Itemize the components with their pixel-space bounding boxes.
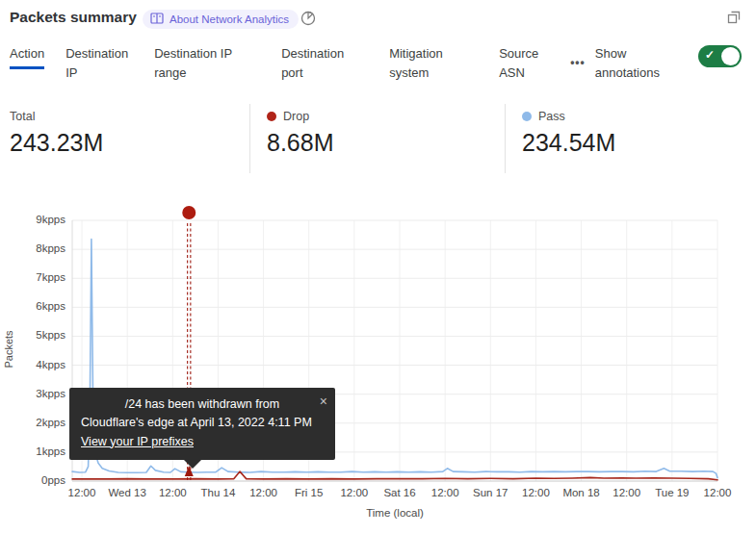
dimension-tabs: Action Destination IP Destination IP ran… bbox=[10, 44, 689, 82]
stat-pass-label: Pass bbox=[538, 110, 565, 123]
tab-destination-ip-range[interactable]: Destination IP range bbox=[154, 44, 245, 82]
chart-canvas bbox=[0, 197, 756, 534]
y-tick-label: 3kpps bbox=[0, 388, 65, 399]
tab-destination-port[interactable]: Destination port bbox=[281, 44, 352, 82]
x-tick-label: 12:00 bbox=[146, 487, 198, 498]
tooltip-close-icon[interactable]: × bbox=[320, 392, 327, 413]
x-tick-label: 12:00 bbox=[56, 487, 108, 498]
stats-row: Total 243.23M Drop 8.68M Pass 234.54M bbox=[0, 104, 756, 173]
stat-drop-label: Drop bbox=[283, 110, 309, 123]
view-ip-prefixes-link[interactable]: View your IP prefixes bbox=[81, 435, 194, 448]
stat-pass: Pass 234.54M bbox=[505, 104, 756, 173]
y-tick-label: 1kpps bbox=[0, 445, 65, 457]
stat-drop: Drop 8.68M bbox=[249, 104, 505, 173]
x-tick-label: Tue 19 bbox=[646, 487, 698, 498]
y-tick-label: 8kpps bbox=[0, 242, 65, 254]
toggle-check-icon: ✓ bbox=[705, 48, 715, 62]
about-badge-label: About Network Analytics bbox=[169, 13, 289, 25]
y-tick-label: 9kpps bbox=[0, 214, 65, 225]
panel-header: Packets summary About Network Analytics bbox=[0, 0, 756, 38]
stat-total-value: 243.23M bbox=[10, 129, 249, 157]
x-tick-label: 12:00 bbox=[238, 487, 290, 498]
tab-mitigation-system[interactable]: Mitigation system bbox=[389, 44, 456, 82]
stat-total-label: Total bbox=[10, 110, 35, 123]
x-tick-label: 12:00 bbox=[509, 487, 561, 498]
pass-legend-dot bbox=[522, 112, 532, 121]
x-axis-label: Time (local) bbox=[72, 507, 717, 519]
tooltip-text-line1: /24 has been withdrawn from bbox=[81, 395, 324, 414]
show-annotations-toggle[interactable]: ✓ bbox=[698, 45, 742, 67]
y-tick-label: 2kpps bbox=[0, 417, 65, 428]
x-tick-label: Sun 17 bbox=[464, 487, 516, 498]
popout-icon[interactable] bbox=[725, 8, 743, 25]
annotation-tooltip: × /24 has been withdrawn from Cloudflare… bbox=[69, 388, 335, 460]
tab-destination-ip[interactable]: Destination IP bbox=[65, 44, 137, 82]
x-tick-label: Fri 15 bbox=[283, 487, 335, 498]
y-tick-label: 0pps bbox=[0, 474, 65, 486]
more-tabs-ellipsis-icon[interactable]: ••• bbox=[570, 54, 586, 71]
toggle-knob bbox=[721, 47, 740, 65]
y-tick-label: 4kpps bbox=[0, 359, 65, 370]
book-icon bbox=[150, 13, 164, 26]
x-tick-label: Thu 14 bbox=[192, 487, 244, 498]
stat-drop-value: 8.68M bbox=[267, 129, 505, 157]
stat-total: Total 243.23M bbox=[0, 104, 249, 173]
x-tick-label: 12:00 bbox=[419, 487, 471, 498]
drop-legend-dot bbox=[267, 112, 276, 121]
tooltip-text-line2: Cloudflare's edge at April 13, 2022 4:11… bbox=[81, 414, 324, 432]
about-network-analytics-badge[interactable]: About Network Analytics bbox=[143, 10, 299, 29]
tab-action[interactable]: Action bbox=[10, 44, 44, 69]
stat-pass-value: 234.54M bbox=[522, 129, 756, 157]
y-tick-label: 5kpps bbox=[0, 329, 65, 341]
packets-time-series-chart: Packets Time (local) × /24 has been with… bbox=[0, 197, 756, 534]
page-title: Packets summary bbox=[10, 9, 137, 26]
x-tick-label: 12:00 bbox=[601, 487, 653, 498]
tab-source-asn[interactable]: Source ASN bbox=[499, 44, 547, 82]
y-tick-label: 7kpps bbox=[0, 271, 65, 283]
show-annotations-label: Show annotations bbox=[595, 44, 674, 82]
y-tick-label: 6kpps bbox=[0, 300, 65, 312]
packets-summary-panel: Packets summary About Network Analytics … bbox=[0, 0, 756, 534]
x-tick-label: Wed 13 bbox=[101, 487, 153, 498]
time-period-icon[interactable] bbox=[300, 10, 317, 27]
x-tick-label: Mon 18 bbox=[556, 487, 608, 498]
x-tick-label: 12:00 bbox=[691, 487, 743, 498]
x-tick-label: 12:00 bbox=[328, 487, 380, 498]
x-tick-label: Sat 16 bbox=[374, 487, 426, 498]
